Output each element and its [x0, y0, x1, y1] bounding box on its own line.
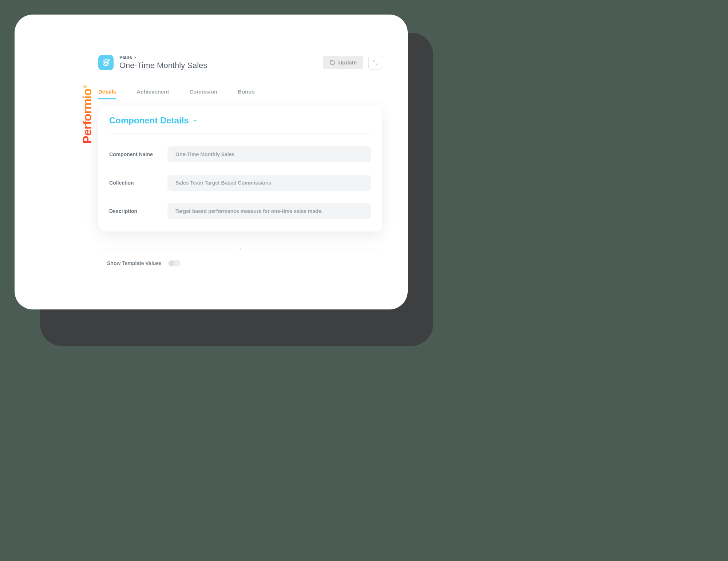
tab-bonus[interactable]: Bonus [238, 88, 255, 99]
template-values-label: Show Template Values [107, 260, 162, 266]
tab-details[interactable]: Details [98, 88, 116, 99]
page-title: One-Time Monthly Sales [119, 61, 317, 70]
panel-title[interactable]: Component Details [109, 115, 371, 126]
svg-point-2 [106, 62, 107, 63]
registered-mark-icon: ® [83, 85, 88, 88]
expand-icon [372, 60, 378, 66]
refresh-icon [329, 60, 335, 66]
component-details-panel: Component Details Component Name Collect… [98, 106, 382, 232]
divider-line [98, 249, 236, 249]
component-name-input[interactable] [167, 146, 371, 162]
update-button-label: Update [338, 59, 357, 66]
target-icon [98, 55, 114, 70]
brand-text: Performio [80, 88, 94, 144]
add-section-button[interactable] [236, 246, 245, 252]
chevron-down-icon [193, 118, 198, 123]
breadcrumb-label: Plans [119, 55, 132, 60]
tab-achievement[interactable]: Achievenent [136, 88, 169, 99]
page-header: Plans One-Time Monthly Sales Update [98, 55, 382, 70]
description-label: Description [109, 208, 167, 214]
update-button[interactable]: Update [323, 56, 363, 69]
template-values-row: Show Template Values [98, 260, 382, 266]
panel-divider [109, 134, 371, 134]
brand-logo: Performio ® [80, 85, 94, 144]
description-input[interactable] [167, 203, 371, 219]
collection-input[interactable] [167, 175, 371, 191]
chevron-right-icon [133, 56, 137, 59]
tabs: Details Achievenent Comission Bonus [98, 88, 382, 99]
template-values-toggle[interactable] [168, 260, 181, 266]
collection-label: Collection [109, 180, 167, 186]
plus-icon [238, 247, 242, 251]
divider-line [245, 249, 382, 249]
breadcrumb[interactable]: Plans [119, 55, 317, 60]
app-card: Performio ® Plans One-Time Monthly Sales [15, 15, 408, 309]
component-name-label: Component Name [109, 151, 167, 157]
add-section-row [98, 246, 382, 252]
panel-title-text: Component Details [109, 115, 189, 126]
fullscreen-button[interactable] [368, 56, 382, 70]
tab-commission[interactable]: Comission [189, 88, 217, 99]
